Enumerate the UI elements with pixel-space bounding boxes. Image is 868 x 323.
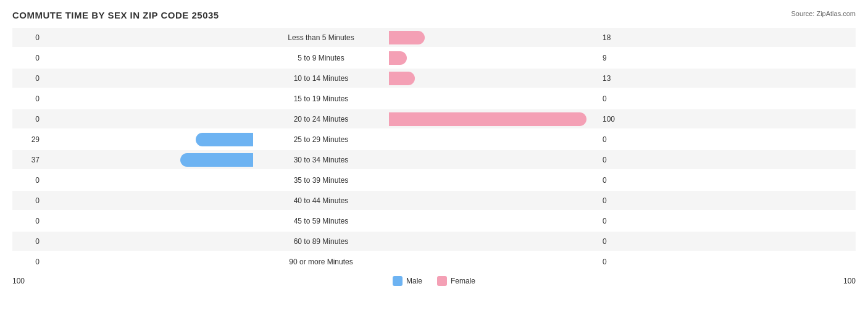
female-bar-container: [389, 255, 599, 269]
male-value: 0: [12, 176, 43, 185]
row-label: 10 to 14 Minutes: [253, 74, 389, 83]
female-value: 0: [599, 94, 630, 103]
male-bar: [196, 133, 253, 146]
female-value: 18: [599, 33, 630, 42]
male-value: 0: [12, 33, 43, 42]
female-value: 13: [599, 74, 630, 83]
male-value: 0: [12, 94, 43, 103]
row-label: Less than 5 Minutes: [253, 33, 389, 42]
male-value: 0: [12, 115, 43, 124]
female-value: 0: [599, 217, 630, 225]
male-value: 0: [12, 196, 43, 205]
legend-row: 100 Male Female 100: [12, 276, 856, 286]
female-bar-container: [389, 235, 599, 248]
male-bar-container: [43, 194, 253, 208]
male-bar-container: [43, 72, 253, 85]
bar-row: 0 60 to 89 Minutes 0: [12, 232, 856, 251]
male-value: 0: [12, 237, 43, 246]
female-bar: [389, 31, 425, 44]
female-value: 0: [599, 237, 630, 246]
male-bar-container: [43, 255, 253, 269]
male-bar-container: [43, 31, 253, 44]
bar-row: 0 35 to 39 Minutes 0: [12, 170, 856, 190]
male-legend-box: [393, 276, 403, 286]
female-value: 100: [599, 115, 630, 124]
bar-row: 0 45 to 59 Minutes 0: [12, 211, 856, 230]
male-value: 0: [12, 217, 43, 225]
female-value: 9: [599, 54, 630, 62]
legend-left-scale: 100: [12, 277, 43, 285]
legend-male: Male: [393, 276, 422, 286]
row-label: 90 or more Minutes: [253, 258, 389, 266]
bar-row: 37 30 to 34 Minutes 0: [12, 150, 856, 169]
female-bar-container: [389, 31, 599, 44]
legend-right-scale: 100: [825, 277, 856, 285]
bar-row: 0 15 to 19 Minutes 0: [12, 89, 856, 108]
male-value: 0: [12, 74, 43, 83]
female-value: 0: [599, 258, 630, 266]
legend-center: Male Female: [43, 276, 825, 286]
female-value: 0: [599, 176, 630, 185]
female-value: 0: [599, 196, 630, 205]
female-legend-box: [437, 276, 447, 286]
female-bar: [389, 112, 586, 126]
male-bar-container: [43, 214, 253, 228]
female-bar-container: [389, 112, 599, 126]
female-bar-container: [389, 92, 599, 106]
female-bar-container: [389, 51, 599, 65]
row-label: 25 to 29 Minutes: [253, 135, 389, 144]
row-label: 15 to 19 Minutes: [253, 94, 389, 103]
male-bar-container: [43, 174, 253, 187]
female-bar-container: [389, 194, 599, 208]
male-bar-container: [43, 153, 253, 167]
male-value: 0: [12, 54, 43, 62]
female-bar: [389, 51, 407, 65]
male-bar: [180, 153, 253, 167]
chart-title: COMMUTE TIME BY SEX IN ZIP CODE 25035: [12, 10, 219, 20]
bar-row: 0 Less than 5 Minutes 18: [12, 28, 856, 47]
chart-area: 0 Less than 5 Minutes 18 0 5 to 9 Minute…: [12, 28, 856, 271]
female-value: 0: [599, 156, 630, 164]
male-legend-label: Male: [406, 277, 422, 285]
row-label: 60 to 89 Minutes: [253, 237, 389, 246]
bar-row: 29 25 to 29 Minutes 0: [12, 130, 856, 149]
bar-row: 0 5 to 9 Minutes 9: [12, 48, 856, 67]
male-bar-container: [43, 112, 253, 126]
male-value: 0: [12, 258, 43, 266]
row-label: 20 to 24 Minutes: [253, 115, 389, 124]
female-value: 0: [599, 135, 630, 144]
female-bar-container: [389, 214, 599, 228]
source-text: Source: ZipAtlas.com: [791, 10, 856, 17]
row-label: 30 to 34 Minutes: [253, 156, 389, 164]
row-label: 45 to 59 Minutes: [253, 217, 389, 225]
male-value: 29: [12, 135, 43, 144]
bar-row: 0 40 to 44 Minutes 0: [12, 191, 856, 210]
female-bar-container: [389, 174, 599, 187]
female-bar-container: [389, 153, 599, 167]
male-bar-container: [43, 92, 253, 106]
male-value: 37: [12, 156, 43, 164]
row-label: 35 to 39 Minutes: [253, 176, 389, 185]
legend-female: Female: [437, 276, 475, 286]
bar-row: 0 90 or more Minutes 0: [12, 252, 856, 271]
female-legend-label: Female: [451, 277, 475, 285]
bar-row: 0 10 to 14 Minutes 13: [12, 69, 856, 88]
female-bar: [389, 72, 415, 85]
header: COMMUTE TIME BY SEX IN ZIP CODE 25035 So…: [12, 10, 856, 20]
female-bar-container: [389, 72, 599, 85]
female-bar-container: [389, 133, 599, 146]
male-bar-container: [43, 51, 253, 65]
male-bar-container: [43, 235, 253, 248]
male-bar-container: [43, 133, 253, 146]
row-label: 40 to 44 Minutes: [253, 196, 389, 205]
row-label: 5 to 9 Minutes: [253, 54, 389, 62]
bar-row: 0 20 to 24 Minutes 100: [12, 109, 856, 128]
